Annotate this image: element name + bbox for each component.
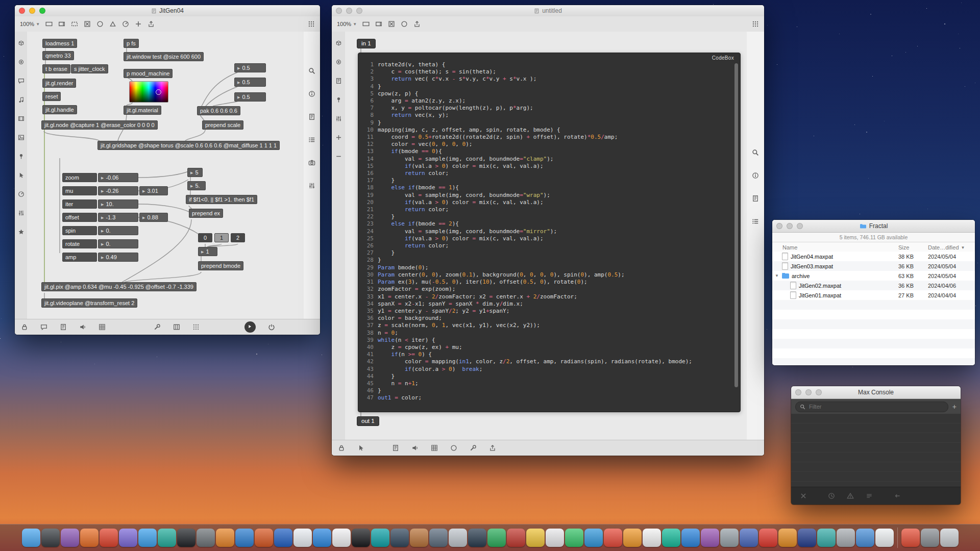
- dock-icon[interactable]: [177, 529, 195, 547]
- dock-icon[interactable]: [875, 529, 894, 547]
- dock-icon[interactable]: [546, 529, 564, 547]
- info-icon[interactable]: [308, 90, 315, 97]
- dock-icon[interactable]: [100, 529, 118, 547]
- patch-object[interactable]: prepend ex: [189, 209, 223, 218]
- minimize-button[interactable]: [787, 223, 793, 229]
- patch-object[interactable]: reset: [42, 92, 61, 101]
- patch-object[interactable]: s jitter_clock: [71, 64, 108, 73]
- dock-icon[interactable]: [293, 529, 312, 547]
- patch-object[interactable]: 0.5: [234, 63, 266, 72]
- dock-icon[interactable]: [565, 529, 583, 547]
- patch-object[interactable]: 0: [198, 233, 212, 242]
- pin-icon[interactable]: [335, 96, 342, 103]
- patch-object[interactable]: jit.gl.node @capture 1 @erase_color 0 0 …: [41, 120, 158, 130]
- reference-icon[interactable]: [752, 195, 759, 202]
- inspector-icon[interactable]: [308, 182, 315, 189]
- dock-icon[interactable]: [681, 529, 700, 547]
- close-button[interactable]: [19, 8, 25, 14]
- dock-icon[interactable]: [274, 529, 292, 547]
- patch-object[interactable]: p mood_machine: [124, 69, 173, 78]
- finder-row[interactable]: ▼archive63 KB2024/05/04: [772, 271, 975, 281]
- dock-icon[interactable]: [759, 529, 777, 547]
- console-log-area[interactable]: [791, 414, 961, 487]
- chat-icon[interactable]: [18, 78, 24, 84]
- dock-icon[interactable]: [235, 529, 254, 547]
- lines-icon[interactable]: [866, 492, 873, 499]
- dock-icon[interactable]: [604, 529, 622, 547]
- matrix-grid-icon[interactable]: [752, 20, 759, 28]
- patch-object[interactable]: qmetro 33: [42, 51, 74, 60]
- finder-row[interactable]: JitGen02.maxpat36 KB2024/04/06: [772, 281, 975, 290]
- patch-object[interactable]: jit.gl.gridshape @shape torus @scale 0.6…: [97, 141, 280, 150]
- patch-object[interactable]: jit.gl.render: [42, 79, 76, 88]
- minimize-button[interactable]: [29, 8, 35, 14]
- patch-object[interactable]: jit.gl.handle: [42, 105, 77, 114]
- dock-icon[interactable]: [720, 529, 739, 547]
- grid-icon[interactable]: [431, 444, 438, 452]
- dock-icon[interactable]: [662, 529, 680, 547]
- dock-icon[interactable]: [313, 529, 331, 547]
- audio-on-button[interactable]: [244, 321, 256, 333]
- close-button[interactable]: [795, 389, 801, 395]
- patch-object[interactable]: p fs: [124, 39, 139, 48]
- lock-icon[interactable]: [21, 323, 28, 331]
- dock-icon[interactable]: [158, 529, 176, 547]
- patch-object[interactable]: 0.5: [234, 78, 266, 87]
- remove-icon[interactable]: [335, 153, 342, 160]
- gen-titlebar[interactable]: untitled: [332, 5, 764, 17]
- patch-object[interactable]: 10.: [98, 199, 138, 209]
- matrix-grid-icon[interactable]: [308, 20, 315, 28]
- minimize-button[interactable]: [346, 8, 352, 14]
- zoom-button[interactable]: [797, 223, 803, 229]
- cube-icon[interactable]: [18, 40, 24, 46]
- patch-object[interactable]: prepend scale: [202, 120, 243, 130]
- gen-in-object[interactable]: in 1: [357, 39, 376, 48]
- patch-object[interactable]: if $f1<0. || $f1 >1. then $f1: [186, 195, 257, 204]
- toggle-icon[interactable]: [84, 20, 91, 28]
- finder-row[interactable]: JitGen01.maxpat27 KB2024/04/04: [772, 290, 975, 300]
- dock-icon[interactable]: [701, 529, 719, 547]
- message-box-icon[interactable]: [375, 20, 382, 28]
- new-object-icon[interactable]: [362, 20, 370, 28]
- patch-object[interactable]: 0.5: [234, 92, 266, 102]
- filter-input[interactable]: [808, 403, 944, 410]
- piano-icon[interactable]: [173, 323, 180, 331]
- star-icon[interactable]: [18, 229, 24, 235]
- pages-icon[interactable]: [335, 78, 342, 84]
- finder-row[interactable]: JitGen03.maxpat36 KB2024/05/04: [772, 261, 975, 271]
- toggle-icon[interactable]: [388, 20, 395, 28]
- dock-icon[interactable]: [817, 529, 836, 547]
- close-button[interactable]: [776, 223, 782, 229]
- patch-object[interactable]: 5.: [187, 181, 206, 190]
- patch-object[interactable]: -1.3: [98, 213, 138, 222]
- finder-titlebar[interactable]: Fractal: [772, 220, 975, 233]
- dock-icon[interactable]: [197, 529, 215, 547]
- wrench-icon[interactable]: [154, 323, 161, 331]
- zoom-button[interactable]: [356, 8, 362, 14]
- patch-object[interactable]: jit.window test @size 600 600: [124, 52, 204, 61]
- patch-object[interactable]: loadmess 1: [42, 39, 77, 48]
- speaker-icon[interactable]: [79, 323, 86, 331]
- dock-icon[interactable]: [856, 529, 874, 547]
- wrench-icon[interactable]: [470, 444, 477, 452]
- patch-object[interactable]: zoom: [62, 173, 97, 182]
- sliders-icon[interactable]: [335, 115, 342, 122]
- dock-icon[interactable]: [507, 529, 525, 547]
- sliders-icon[interactable]: [18, 210, 24, 216]
- dock-icon[interactable]: [22, 529, 40, 547]
- camera-icon[interactable]: [308, 159, 315, 166]
- add-icon[interactable]: [135, 20, 142, 28]
- dock-icon[interactable]: [255, 529, 273, 547]
- list-icon[interactable]: [308, 136, 315, 143]
- patch-object[interactable]: spin: [62, 226, 97, 235]
- patch-object[interactable]: 2: [231, 233, 245, 242]
- patch-object[interactable]: 5: [187, 168, 203, 177]
- circle-icon[interactable]: [450, 444, 457, 452]
- info-icon[interactable]: [752, 172, 759, 179]
- dock-icon[interactable]: [798, 529, 816, 547]
- share-icon[interactable]: [489, 444, 496, 452]
- patch-object[interactable]: 1: [214, 233, 229, 242]
- patch-object[interactable]: 0.: [98, 239, 138, 248]
- finder-row[interactable]: JitGen04.maxpat38 KB2024/05/04: [772, 252, 975, 261]
- patch-object[interactable]: t b erase: [42, 64, 70, 73]
